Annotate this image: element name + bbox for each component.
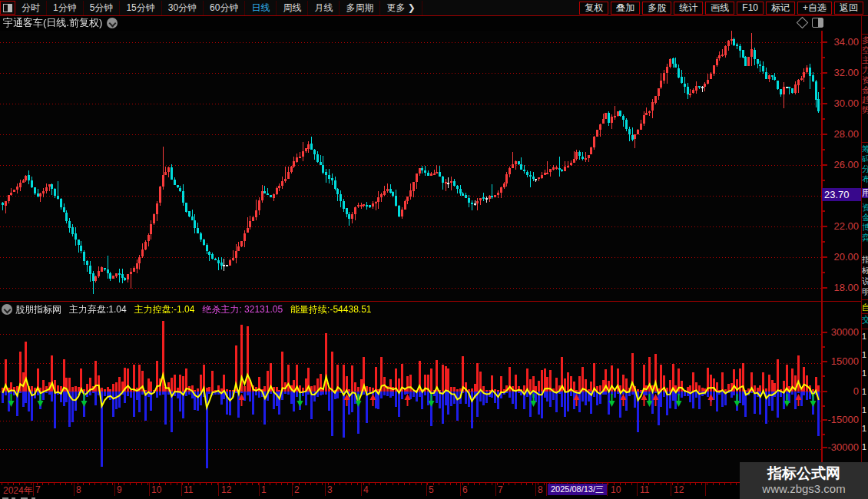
- toolbar-button-画线[interactable]: 画线: [705, 2, 734, 15]
- indicator-chart[interactable]: [0, 302, 822, 482]
- axis-tick: [823, 419, 827, 421]
- date-label: 11: [640, 484, 649, 495]
- chart-divider: [0, 301, 868, 302]
- axis-label: 28.00: [823, 128, 859, 140]
- panel-toggle-icon[interactable]: [812, 18, 823, 28]
- axis-tick: [823, 164, 827, 166]
- toolbar-button-返回[interactable]: 返回: [834, 2, 863, 15]
- date-tick: [701, 483, 702, 485]
- toolbar-button-F10[interactable]: F10: [737, 2, 764, 15]
- date-label: 10: [151, 484, 161, 495]
- chevron-down-icon[interactable]: [107, 18, 118, 28]
- toolbar-button-自选[interactable]: +自选: [797, 2, 832, 15]
- date-tick: [48, 483, 49, 485]
- period-tab-30分钟[interactable]: 30分钟: [162, 1, 204, 15]
- axis-tick: [823, 332, 827, 333]
- date-tick: [427, 483, 428, 485]
- toolbar-button-标记[interactable]: 标记: [766, 2, 795, 15]
- date-tick: [736, 483, 737, 485]
- period-tab-日线[interactable]: 日线: [245, 1, 277, 15]
- date-tick: [695, 483, 696, 485]
- period-tab-15分钟[interactable]: 15分钟: [120, 1, 161, 15]
- period-tab-多周期[interactable]: 多周期: [340, 1, 380, 15]
- axis-label: 0: [823, 385, 859, 397]
- sidebar-tab-fragment: 金: [862, 213, 868, 223]
- date-tick: [625, 483, 626, 485]
- date-tick: [136, 483, 137, 485]
- period-tab-月线[interactable]: 月线: [308, 1, 340, 15]
- sidebar-tab-fragment: 1: [862, 368, 868, 378]
- indicator-header: 股朋指标网 主力弃盘:1.04主力控盘:-1.04绝杀主力: 32131.05能…: [2, 303, 379, 316]
- date-tick: [544, 483, 545, 485]
- layout-toggle-button[interactable]: [0, 1, 15, 15]
- sidebar-tab-fragment: 势: [862, 105, 868, 115]
- month-boundary: [426, 483, 427, 496]
- sidebar-tab-fragment: 1: [862, 442, 868, 452]
- period-tab-60分钟[interactable]: 60分钟: [204, 1, 245, 15]
- diamond-icon[interactable]: [797, 17, 809, 29]
- period-tab-分时[interactable]: 分时: [15, 1, 47, 15]
- axis-tick: [823, 118, 825, 120]
- month-boundary: [495, 483, 496, 496]
- date-label: 10: [611, 484, 621, 495]
- strip-divider: [862, 299, 868, 300]
- date-tick: [672, 483, 673, 485]
- toolbar-button-叠加[interactable]: 叠加: [611, 2, 640, 15]
- date-tick: [479, 483, 480, 485]
- date-tick: [724, 483, 725, 485]
- right-sidebar-strip[interactable]: 多空主力资金趋势筹码分布用资金博弈指标说明自交111111111: [861, 15, 868, 499]
- action-buttons: 复权叠加多股统计画线F10标记+自选返回: [577, 2, 868, 15]
- month-boundary: [361, 483, 362, 496]
- candlestick-chart[interactable]: [0, 31, 822, 301]
- month-boundary: [325, 483, 326, 496]
- sidebar-tab-fragment: 交: [862, 315, 868, 325]
- period-tab-更多[interactable]: 更多 ❯: [380, 1, 422, 15]
- indicator-field-0: 主力弃盘:1.04: [69, 303, 127, 316]
- sidebar-tab-fragment: 布: [862, 174, 868, 184]
- axis-tick: [823, 287, 827, 289]
- month-boundary: [181, 483, 182, 496]
- date-tick: [182, 483, 183, 485]
- date-tick: [357, 483, 358, 485]
- axis-tick: [823, 88, 825, 89]
- axis-label: 15000: [823, 355, 859, 367]
- axis-label: 30000: [823, 326, 859, 338]
- axis-tick: [823, 41, 827, 43]
- month-boundary: [546, 483, 547, 496]
- date-tick: [89, 483, 90, 485]
- date-tick: [60, 483, 61, 485]
- sidebar-tab-fragment: 主: [862, 55, 868, 65]
- date-tick: [474, 483, 475, 485]
- sidebar-tab-fragment: 1: [862, 332, 868, 342]
- date-tick: [287, 483, 288, 485]
- month-boundary: [607, 483, 608, 496]
- date-tick: [346, 483, 346, 485]
- toolbar-button-多股[interactable]: 多股: [642, 2, 671, 15]
- collapse-indicator-icon[interactable]: [2, 304, 12, 315]
- date-tick: [521, 483, 522, 485]
- watermark-title: 指标公式网: [767, 465, 840, 482]
- trading-terminal: 分时1分钟5分钟15分钟30分钟60分钟日线周线月线多周期更多 ❯ 复权叠加多股…: [0, 0, 868, 499]
- toolbar-button-复权[interactable]: 复权: [579, 2, 608, 15]
- period-tab-周线[interactable]: 周线: [277, 1, 308, 15]
- sidebar-tab-fragment: 博: [862, 223, 868, 233]
- date-tick: [54, 483, 55, 485]
- date-tick: [101, 483, 101, 485]
- period-tab-1分钟[interactable]: 1分钟: [47, 1, 84, 15]
- axis-tick: [823, 210, 825, 212]
- sidebar-tab-fragment: 趋: [862, 95, 868, 105]
- period-tab-5分钟[interactable]: 5分钟: [84, 1, 121, 15]
- date-tick: [194, 483, 194, 485]
- strip-divider: [862, 34, 868, 35]
- month-boundary: [705, 483, 706, 496]
- toolbar-button-统计[interactable]: 统计: [674, 2, 703, 15]
- date-tick: [200, 483, 200, 485]
- date-label: 2: [294, 484, 300, 495]
- date-tick: [409, 483, 410, 485]
- date-tick: [654, 483, 655, 485]
- sidebar-tab-fragment: 弈: [862, 233, 868, 243]
- sidebar-tab-fragment: 力: [862, 65, 868, 75]
- date-tick: [2, 483, 2, 485]
- month-boundary: [637, 483, 638, 496]
- date-tick: [147, 483, 148, 485]
